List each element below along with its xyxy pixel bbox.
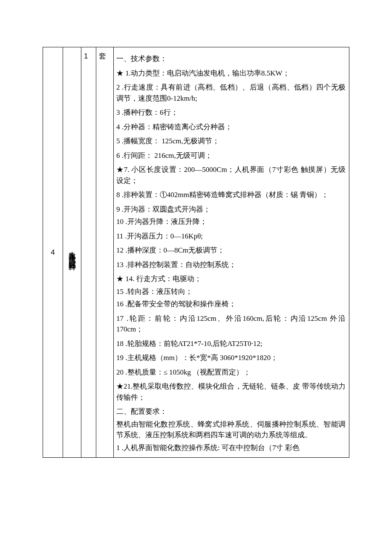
quantity-value: 1 <box>84 52 88 60</box>
spec-line: 二、配置要求： <box>116 406 346 417</box>
spec-table: 4 走数小条播机 自式控区播种 1 套 一、技术参数： ★ 1.动力类型：电启动… <box>43 47 349 458</box>
table-row: 4 走数小条播机 自式控区播种 1 套 一、技术参数： ★ 1.动力类型：电启动… <box>43 47 349 458</box>
item-name-value: 走数小条播机 自式控区播种 <box>68 246 76 259</box>
cell-unit: 套 <box>96 47 114 458</box>
spec-line: 13 .排种器控制装置：自动控制系统； <box>116 259 346 270</box>
spec-line: 16 .配备带安全带的驾驶和操作座椅； <box>116 299 346 310</box>
spec-line: 整机由智能化数控系统、蜂窝式排种系统、伺服播种控制系统、智能调节系统、液压控制系… <box>116 419 346 441</box>
spec-line: 20 .整机质量：≤ 1050kg （视配置而定）； <box>116 367 346 378</box>
spec-line: ★7. 小区长度设置：200—5000Cm；人机界面（7寸彩色 触摸屏）无级设定… <box>116 164 346 186</box>
spec-line: 8 .排种装置：①402mm精密铸造蜂窝式排种器（材质：锡 青铜）； <box>116 189 346 200</box>
spec-line: 15 .转向器：液压转向； <box>116 286 346 297</box>
index-value: 4 <box>51 248 55 256</box>
spec-line: 4 .分种器：精密铸造离心式分种器； <box>116 122 346 133</box>
spec-line: 6 .行间距： 216cm,无级可调； <box>116 150 346 161</box>
spec-line: 19 .主机规格（mm）：长*宽*高 3060*1920*1820； <box>116 352 346 363</box>
cell-item-name: 走数小条播机 自式控区播种 <box>63 47 81 458</box>
cell-index: 4 <box>43 47 63 458</box>
cell-quantity: 1 <box>81 47 96 458</box>
spec-line: 12 .播种深度：0—8Cm无极调节； <box>116 245 346 256</box>
spec-line: ★ 1.动力类型：电启动汽油发电机，输出功率8.5KW； <box>116 68 346 79</box>
spec-line: 17 .轮距：前轮：内沿125cm、外沿160cm,后轮：内沿125cm 外沿 … <box>116 313 346 335</box>
spec-line: 11 .开沟器压力：0—16Kpθ; <box>116 231 346 242</box>
spec-line: 10 .开沟器升降：液压升降； <box>116 216 346 227</box>
spec-line: ★ 14. 行走方式：电驱动； <box>116 273 346 285</box>
spec-line: 一、技术参数： <box>116 53 346 64</box>
spec-line: 5 .播幅宽度： 125cm,无极调节； <box>116 136 346 147</box>
spec-line: 1 .人机界面智能化数控操作系统: 可在中控制台（7寸 彩色 <box>116 442 346 453</box>
unit-value: 套 <box>99 52 106 60</box>
spec-line: 9 .开沟器：双圆盘式开沟器； <box>116 204 346 215</box>
spec-line: 3 .播种行数：6行； <box>116 107 346 118</box>
spec-line: ★21.整机采取电传数控、模块化组合，无链轮、链条、皮 带等传统动力传输件； <box>116 381 346 403</box>
spec-line: 2 .行走速度：具有前进（高档、低档）、后退（高档、低档）四个无极调节，速度范围… <box>116 82 346 104</box>
cell-specifications: 一、技术参数： ★ 1.动力类型：电启动汽油发电机，输出功率8.5KW； 2 .… <box>114 47 349 458</box>
spec-line: 18 .轮胎规格：前轮AT21*7-10,后轮AT25T0·12; <box>116 338 346 349</box>
document-page: 4 走数小条播机 自式控区播种 1 套 一、技术参数： ★ 1.动力类型：电启动… <box>0 0 392 475</box>
